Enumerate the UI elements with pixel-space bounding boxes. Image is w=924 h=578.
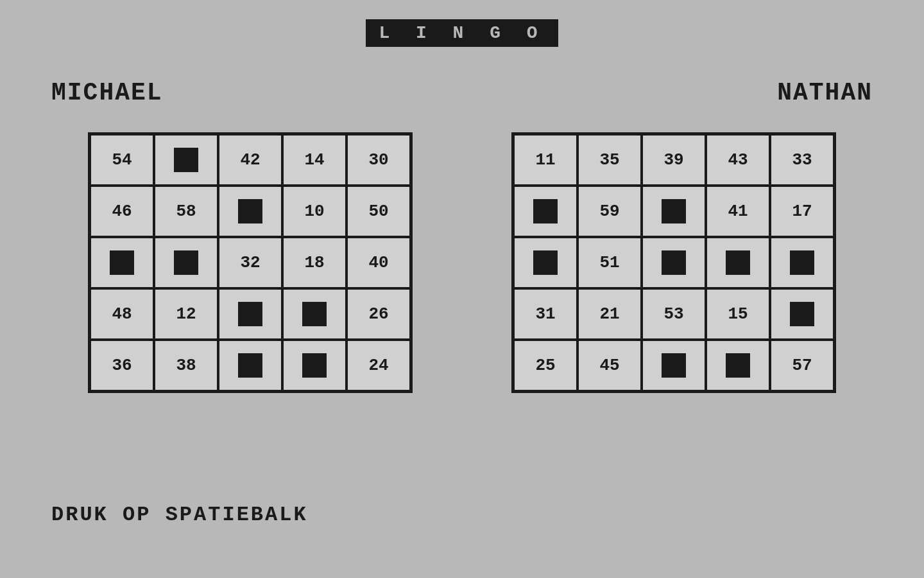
- board-cell: [642, 340, 706, 391]
- board-cell: 32: [218, 237, 282, 288]
- marked-square-icon: [174, 148, 198, 172]
- marked-square-icon: [726, 353, 750, 378]
- board-cell: 11: [513, 134, 578, 186]
- board-cell: 21: [578, 288, 642, 340]
- marked-square-icon: [238, 353, 262, 378]
- board-cell: 24: [346, 340, 411, 391]
- marked-square-icon: [533, 250, 558, 275]
- marked-square-icon: [174, 250, 198, 275]
- board-cell: [282, 340, 346, 391]
- board-cell: [218, 186, 282, 237]
- bottom-instruction: DRUK OP SPATIEBALK: [51, 503, 308, 527]
- board-cell: 40: [346, 237, 411, 288]
- board-cell: [770, 288, 834, 340]
- board-cell: 45: [578, 340, 642, 391]
- board-cell: 18: [282, 237, 346, 288]
- game-title: L I N G O: [366, 19, 558, 47]
- board-cell: [218, 288, 282, 340]
- board-cell: 10: [282, 186, 346, 237]
- marked-square-icon: [302, 353, 327, 378]
- board-cell: 59: [578, 186, 642, 237]
- marked-square-icon: [110, 250, 134, 275]
- board-cell: 36: [90, 340, 154, 391]
- board-cell: 50: [346, 186, 411, 237]
- marked-square-icon: [238, 302, 262, 326]
- board-cell: 57: [770, 340, 834, 391]
- board-cell: 25: [513, 340, 578, 391]
- board-cell: [90, 237, 154, 288]
- board-cell: 12: [154, 288, 218, 340]
- board-cell: 26: [346, 288, 411, 340]
- board-cell: 31: [513, 288, 578, 340]
- board-cell: 46: [90, 186, 154, 237]
- board-cell: 51: [578, 237, 642, 288]
- player-left-name: MICHAEL: [51, 79, 163, 107]
- board-cell: 33: [770, 134, 834, 186]
- board-cell: [282, 288, 346, 340]
- board-cell: [154, 134, 218, 186]
- marked-square-icon: [662, 199, 686, 223]
- marked-square-icon: [302, 302, 327, 326]
- board-cell: [706, 237, 770, 288]
- board-cell: [642, 186, 706, 237]
- board-cell: 53: [642, 288, 706, 340]
- board-cell: 54: [90, 134, 154, 186]
- board-right: 11353943335941175131215315254557: [511, 132, 836, 393]
- board-cell: 17: [770, 186, 834, 237]
- board-cell: 41: [706, 186, 770, 237]
- board-cell: [642, 237, 706, 288]
- board-cell: 30: [346, 134, 411, 186]
- board-cell: [218, 340, 282, 391]
- marked-square-icon: [790, 250, 814, 275]
- board-cell: 42: [218, 134, 282, 186]
- board-cell: [513, 186, 578, 237]
- board-cell: 14: [282, 134, 346, 186]
- board-cell: 38: [154, 340, 218, 391]
- board-cell: 39: [642, 134, 706, 186]
- board-cell: 15: [706, 288, 770, 340]
- marked-square-icon: [662, 250, 686, 275]
- board-cell: 58: [154, 186, 218, 237]
- marked-square-icon: [238, 199, 262, 223]
- board-cell: [513, 237, 578, 288]
- marked-square-icon: [662, 353, 686, 378]
- marked-square-icon: [790, 302, 814, 326]
- board-cell: 48: [90, 288, 154, 340]
- board-cell: [154, 237, 218, 288]
- board-cell: 43: [706, 134, 770, 186]
- board-cell: [770, 237, 834, 288]
- board-cell: 35: [578, 134, 642, 186]
- marked-square-icon: [726, 250, 750, 275]
- board-cell: [706, 340, 770, 391]
- marked-square-icon: [533, 199, 558, 223]
- player-right-name: NATHAN: [777, 79, 873, 107]
- board-left: 5442143046581050321840481226363824: [88, 132, 413, 393]
